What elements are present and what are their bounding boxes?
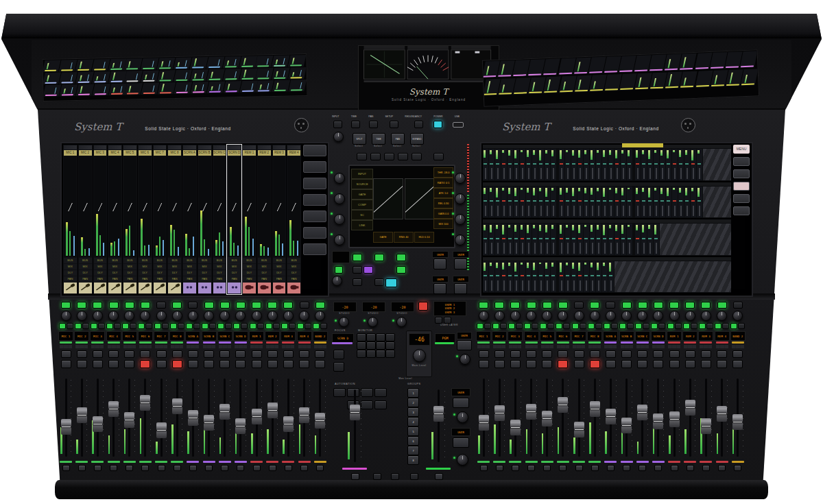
overview-channel-strip[interactable] [608,261,614,293]
strip-b-button[interactable] [257,323,264,329]
menu-button[interactable]: MENU [733,145,750,154]
overview-channel-strip[interactable] [520,187,525,218]
strip-mute-button[interactable] [204,360,214,368]
strip-bottom-button[interactable] [110,465,117,471]
overview-channel-strip[interactable] [495,187,501,218]
strip-top-button[interactable] [236,302,246,309]
overview-channel-strip[interactable] [508,187,513,218]
user-button[interactable] [433,259,446,269]
strip-function-row[interactable]: DLY [154,270,167,276]
strip-scribble[interactable] [213,283,226,293]
strip-micro-buttons[interactable] [525,345,538,348]
strip-micro-buttons[interactable] [155,345,167,348]
overview-channel-strip[interactable] [508,261,513,293]
strip-b-button[interactable] [532,323,538,329]
strip-b-button[interactable] [516,323,523,329]
strip-sel-button[interactable] [252,350,262,358]
strip-mute-button[interactable] [685,360,695,368]
user-button[interactable] [433,283,446,294]
strip-gain-knob[interactable] [219,311,230,321]
strip-sel-button[interactable] [77,350,87,358]
strip-micro-buttons[interactable] [621,345,633,348]
strip-b-button[interactable] [643,323,649,329]
overview-channel-strip[interactable] [532,187,538,218]
channel-fader[interactable] [140,395,150,411]
studio-knob[interactable] [368,317,378,327]
phones-knob[interactable] [460,354,470,365]
overview-channel-strip[interactable] [627,187,632,218]
strip-micro-buttons[interactable] [573,345,585,348]
strip-top-button[interactable] [125,302,134,309]
bottom-small-button[interactable] [373,473,381,480]
overview-channel-strip[interactable] [559,149,564,180]
strip-top-button[interactable] [701,302,711,309]
strip-bottom-button[interactable] [512,465,519,471]
cluster-button[interactable] [374,278,384,286]
strip-a-button[interactable] [667,323,674,329]
strip-a-button[interactable] [202,323,208,329]
overview-channel-strip[interactable] [501,224,507,255]
overview-channel-strip[interactable] [672,149,678,180]
overview-channel-strip[interactable] [654,224,659,255]
strip-function-row[interactable]: PAN [243,276,256,282]
strip-function-row[interactable]: PAN [168,276,181,282]
user-button[interactable] [454,259,467,269]
screen-menu-button[interactable] [303,211,326,222]
overview-channel-strip[interactable] [571,187,577,218]
strip-a-button[interactable] [297,323,304,329]
strip-gain-knob[interactable] [124,311,134,321]
channel-fader[interactable] [61,419,71,435]
channel-fader[interactable] [637,405,647,420]
strip-gain-knob[interactable] [267,311,278,321]
top-row-button[interactable] [414,121,423,128]
strip-b-button[interactable] [500,323,507,329]
strip-function-row[interactable]: MIX [94,264,107,269]
strip-mute-button[interactable] [637,360,647,368]
strip-gain-knob[interactable] [61,311,71,321]
strip-scribble[interactable] [79,283,92,293]
proc-knob[interactable] [455,235,466,245]
master-fader[interactable] [433,406,444,422]
strip-bottom-button[interactable] [543,465,551,471]
strip-top-button[interactable] [717,302,727,309]
screen-menu-button[interactable] [303,178,326,189]
monitor-select-button[interactable] [366,333,376,341]
overview-channel-strip[interactable] [551,187,556,218]
strip-b-button[interactable] [82,323,89,329]
mode-select-button[interactable]: SPLIT [353,133,366,145]
strip-function-row[interactable]: PAN [64,276,77,282]
channel-fader[interactable] [188,410,198,426]
strip-mute-button[interactable] [93,360,103,368]
channel-fader[interactable] [542,411,552,427]
strip-bottom-button[interactable] [496,465,503,471]
left-touchscreen[interactable]: MIC 1BUSMIXDLYPANMIC 2BUSMIXDLYPANMIC 3B… [60,142,329,297]
channel-fader[interactable] [574,422,584,437]
strip-sel-button[interactable] [124,350,134,358]
strip-mute-button[interactable] [219,360,230,368]
monitor-big-button[interactable] [333,350,344,359]
overview-channel-strip[interactable] [495,261,501,293]
strip-micro-buttons[interactable] [652,345,665,348]
strip-gain-knob[interactable] [172,311,182,321]
channel-fader[interactable] [204,415,214,431]
strip-function-row[interactable]: BUS [94,258,107,263]
strip-sel-button[interactable] [235,350,246,358]
cluster-button[interactable] [353,278,362,286]
screen-menu-button[interactable] [303,243,326,255]
strip-a-button[interactable] [715,323,721,329]
overview-channel-strip[interactable] [577,261,583,293]
strip-top-button[interactable] [622,302,632,309]
channel-fader[interactable] [669,411,680,427]
overview-channel-strip[interactable] [666,149,671,180]
monitor-big-button[interactable] [333,362,344,372]
strip-bottom-button[interactable] [734,465,741,471]
channel-fader[interactable] [685,400,695,416]
strip-mute-button[interactable] [558,360,568,368]
overview-channel-strip[interactable] [697,149,702,180]
strip-mute-button[interactable] [479,360,489,368]
strip-bottom-button[interactable] [671,465,678,471]
strip-function-row[interactable]: DLY [168,270,181,276]
channel-fader[interactable] [510,420,521,435]
strip-a-button[interactable] [683,323,690,329]
overview-channel-strip[interactable] [590,224,595,255]
